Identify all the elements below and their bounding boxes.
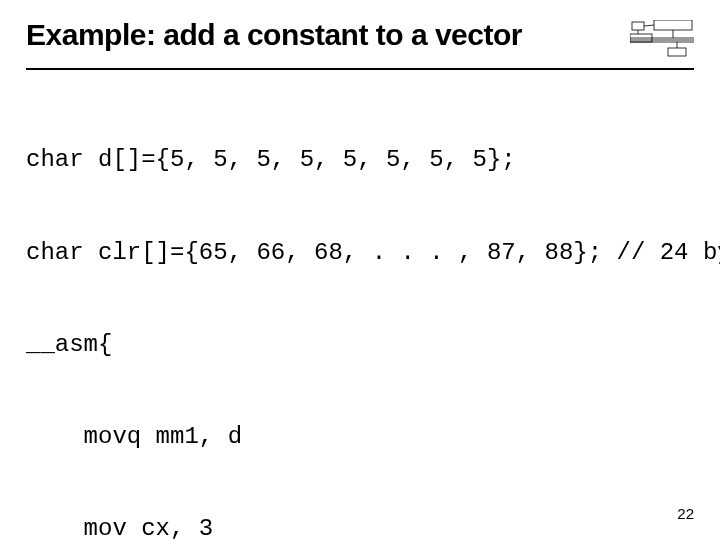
title-row: Example: add a constant to a vector: [26, 18, 694, 60]
code-line: __asm{: [26, 330, 694, 361]
page-number: 22: [677, 505, 694, 522]
code-line: movq mm1, d: [26, 422, 694, 453]
code-line: char d[]={5, 5, 5, 5, 5, 5, 5, 5};: [26, 145, 694, 176]
page-title: Example: add a constant to a vector: [26, 18, 522, 51]
svg-line-2: [644, 25, 654, 26]
code-line: mov cx, 3: [26, 514, 694, 540]
svg-rect-9: [668, 48, 686, 56]
svg-rect-1: [654, 20, 692, 30]
code-block: char d[]={5, 5, 5, 5, 5, 5, 5, 5}; char …: [26, 84, 694, 540]
code-line: char clr[]={65, 66, 68, . . . , 87, 88};…: [26, 238, 694, 269]
svg-rect-0: [632, 22, 644, 30]
slide: Example: add a constant to a vector char…: [0, 0, 720, 540]
diagram-icon: [630, 20, 694, 60]
divider: [26, 68, 694, 70]
